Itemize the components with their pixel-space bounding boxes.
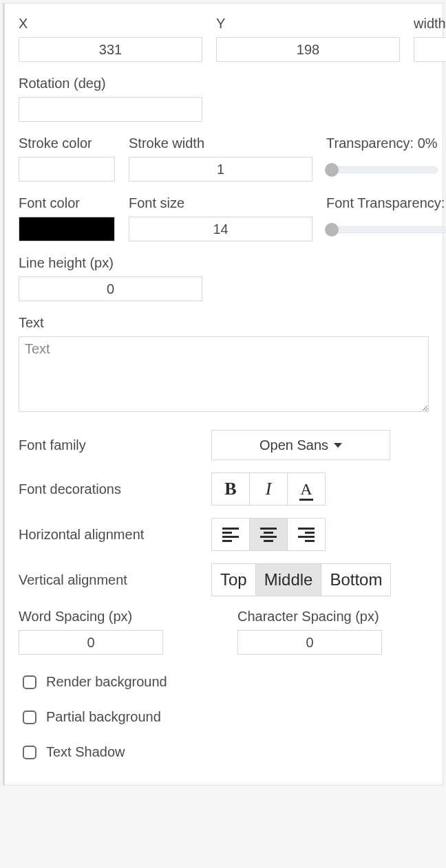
char-spacing-input[interactable] (237, 630, 382, 655)
bold-icon: B (224, 479, 236, 499)
font-color-input[interactable] (19, 217, 115, 241)
position-row: X Y width height (19, 16, 429, 62)
decorations-group: B I A (211, 473, 326, 506)
render-bg-checkbox[interactable] (23, 675, 36, 689)
align-right-button[interactable] (287, 518, 326, 551)
caret-down-icon (334, 443, 342, 448)
stroke-row: Stroke color Stroke width Transparency: … (19, 135, 429, 182)
font-family-value: Open Sans (259, 437, 328, 453)
valign-row: Vertical alignment Top Middle Bottom (19, 563, 429, 596)
underline-button[interactable]: A (287, 473, 326, 506)
valign-group: Top Middle Bottom (211, 563, 391, 596)
align-center-button[interactable] (249, 518, 288, 551)
stroke-transparency-label: Transparency: 0% (326, 135, 438, 151)
partial-bg-row: Partial background (19, 709, 429, 725)
rotation-input[interactable] (19, 97, 202, 122)
text-shadow-checkbox[interactable] (23, 746, 36, 759)
word-spacing-input[interactable] (19, 630, 163, 655)
italic-icon: I (266, 479, 272, 499)
line-height-input[interactable] (19, 276, 202, 301)
font-size-input[interactable] (129, 217, 312, 241)
stroke-width-label: Stroke width (129, 135, 312, 151)
rotation-row: Rotation (deg) (19, 76, 429, 122)
font-color-label: Font color (19, 195, 115, 211)
line-height-label: Line height (px) (19, 255, 202, 271)
decorations-row: Font decorations B I A (19, 473, 429, 506)
width-input[interactable] (414, 37, 446, 62)
align-center-icon (260, 528, 277, 542)
font-size-label: Font size (129, 195, 312, 211)
lineheight-row: Line height (px) (19, 255, 429, 301)
y-label: Y (216, 16, 400, 32)
decorations-label: Font decorations (19, 481, 198, 497)
char-spacing-label: Character Spacing (px) (237, 609, 429, 625)
font-family-label: Font family (19, 437, 198, 453)
rotation-label: Rotation (deg) (19, 76, 202, 91)
render-bg-row: Render background (19, 674, 429, 690)
halign-row: Horizontal alignment (19, 518, 429, 551)
valign-middle-button[interactable]: Middle (255, 563, 322, 596)
font-family-row: Font family Open Sans (19, 430, 429, 460)
bold-button[interactable]: B (211, 473, 250, 506)
halign-label: Horizontal alignment (19, 527, 198, 543)
valign-top-button[interactable]: Top (211, 563, 256, 596)
stroke-transparency-slider[interactable] (326, 162, 438, 177)
valign-bottom-button[interactable]: Bottom (321, 563, 391, 596)
underline-icon: A (300, 480, 312, 499)
font-transparency-label: Font Transparency: 0% (326, 195, 446, 211)
align-left-button[interactable] (211, 518, 250, 551)
halign-group (211, 518, 326, 551)
text-shadow-row: Text Shadow (19, 744, 429, 760)
stroke-width-input[interactable] (129, 157, 312, 182)
word-spacing-label: Word Spacing (px) (19, 609, 210, 625)
align-left-icon (222, 528, 239, 542)
render-bg-label: Render background (46, 674, 167, 690)
x-input[interactable] (19, 37, 202, 62)
font-family-select[interactable]: Open Sans (211, 430, 390, 460)
width-label: width (414, 16, 446, 32)
text-label: Text (19, 315, 429, 331)
font-transparency-slider[interactable] (326, 222, 446, 237)
italic-button[interactable]: I (249, 473, 288, 506)
y-input[interactable] (216, 37, 400, 62)
x-label: X (19, 16, 202, 32)
text-input[interactable] (19, 336, 429, 412)
font-row: Font color Font size Font Transparency: … (19, 195, 429, 241)
valign-label: Vertical alignment (19, 572, 198, 588)
spacing-row: Word Spacing (px) Character Spacing (px) (19, 609, 429, 655)
partial-bg-label: Partial background (46, 709, 161, 725)
stroke-color-input[interactable] (19, 157, 115, 182)
align-right-icon (298, 528, 315, 542)
partial-bg-checkbox[interactable] (23, 710, 36, 724)
properties-panel: X Y width height Rotation (deg) Stroke c… (3, 3, 443, 785)
stroke-color-label: Stroke color (19, 135, 115, 151)
text-shadow-label: Text Shadow (46, 744, 125, 760)
